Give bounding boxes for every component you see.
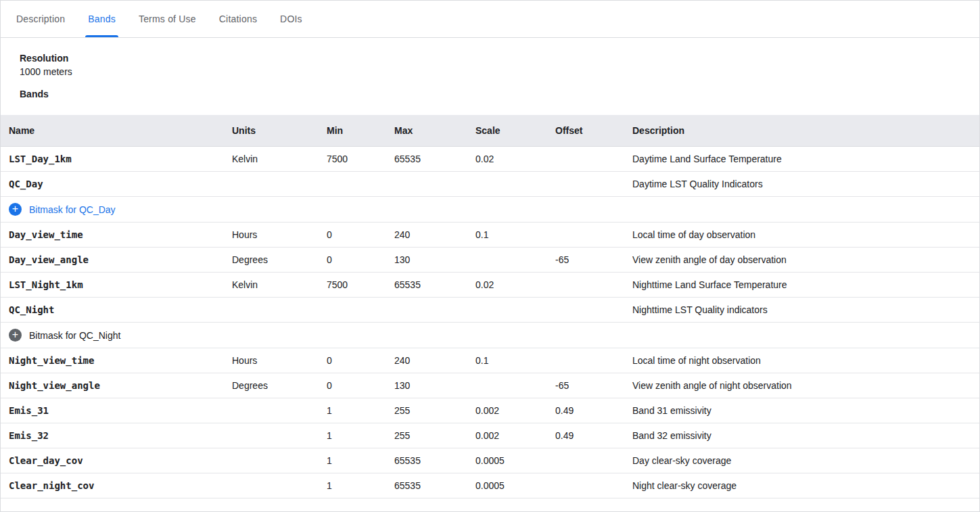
- table-row: Clear_day_cov1655350.0005Day clear-sky c…: [1, 448, 979, 473]
- cell-offset: [547, 348, 624, 373]
- cell-units: Hours: [224, 223, 319, 248]
- cell-scale: 0.1: [467, 348, 547, 373]
- cell-name: Clear_night_cov: [1, 473, 224, 498]
- cell-max: 65535: [386, 448, 467, 473]
- table-row: QC_NightNighttime LST Quality indicators: [1, 298, 979, 323]
- cell-offset: [547, 273, 624, 298]
- table-row: QC_DayDaytime LST Quality Indicators: [1, 172, 979, 197]
- cell-units: Degrees: [224, 248, 319, 273]
- bitmask-expand-toggle[interactable]: +Bitmask for QC_Day: [9, 203, 116, 216]
- cell-offset: [547, 147, 624, 172]
- cell-max: 240: [386, 223, 467, 248]
- cell-description: Local time of day observation: [624, 223, 979, 248]
- cell-max: 130: [386, 373, 467, 398]
- table-row: Emis_3212550.0020.49Band 32 emissivity: [1, 423, 979, 448]
- cell-units: [224, 448, 319, 473]
- cell-min: 7500: [319, 273, 386, 298]
- bitmask-cell: +Bitmask for QC_Day: [1, 197, 979, 223]
- cell-min: 1: [319, 398, 386, 423]
- cell-scale: [467, 298, 547, 323]
- cell-name: Night_view_time: [1, 348, 224, 373]
- cell-scale: 0.0005: [467, 448, 547, 473]
- cell-min: [319, 298, 386, 323]
- dataset-page: Description Bands Terms of Use Citations…: [0, 0, 980, 512]
- cell-max: 65535: [386, 273, 467, 298]
- cell-offset: 0.49: [547, 423, 624, 448]
- cell-name: Night_view_angle: [1, 373, 224, 398]
- header-max: Max: [386, 115, 467, 147]
- cell-name: LST_Night_1km: [1, 273, 224, 298]
- cell-name: Day_view_time: [1, 223, 224, 248]
- table-row: Emis_3112550.0020.49Band 31 emissivity: [1, 398, 979, 423]
- cell-name: LST_Day_1km: [1, 147, 224, 172]
- cell-name: Day_view_angle: [1, 248, 224, 273]
- header-offset: Offset: [547, 115, 624, 147]
- cell-scale: 0.02: [467, 273, 547, 298]
- tab-citations[interactable]: Citations: [208, 1, 269, 37]
- cell-offset: [547, 473, 624, 498]
- cell-description: Band 32 emissivity: [624, 423, 979, 448]
- cell-max: [386, 172, 467, 197]
- bitmask-expand-toggle[interactable]: +Bitmask for QC_Night: [9, 329, 120, 342]
- resolution-label: Resolution: [20, 53, 960, 64]
- cell-description: Daytime Land Surface Temperature: [624, 147, 979, 172]
- table-row: LST_Day_1kmKelvin7500655350.02Daytime La…: [1, 147, 979, 172]
- table-row: Night_view_timeHours02400.1Local time of…: [1, 348, 979, 373]
- cell-units: Kelvin: [224, 273, 319, 298]
- cell-units: [224, 172, 319, 197]
- cell-min: 7500: [319, 147, 386, 172]
- table-row: Night_view_angleDegrees0130-65View zenit…: [1, 373, 979, 398]
- header-min: Min: [319, 115, 386, 147]
- cell-scale: [467, 248, 547, 273]
- cell-description: View zenith angle of day observation: [624, 248, 979, 273]
- cell-name: QC_Day: [1, 172, 224, 197]
- cell-min: 1: [319, 473, 386, 498]
- cell-description: Band 31 emissivity: [624, 398, 979, 423]
- bands-section-label: Bands: [20, 89, 960, 99]
- cell-scale: 0.1: [467, 223, 547, 248]
- cell-scale: 0.0005: [467, 473, 547, 498]
- cell-scale: [467, 373, 547, 398]
- cell-description: View zenith angle of night observation: [624, 373, 979, 398]
- cell-max: 255: [386, 398, 467, 423]
- bands-meta-section: Resolution 1000 meters Bands: [1, 38, 979, 99]
- cell-max: [386, 298, 467, 323]
- cell-offset: [547, 448, 624, 473]
- cell-description: Nighttime Land Surface Temperature: [624, 273, 979, 298]
- header-name: Name: [1, 115, 224, 147]
- cell-min: 0: [319, 348, 386, 373]
- tab-bands[interactable]: Bands: [76, 1, 127, 37]
- bitmask-row: +Bitmask for QC_Night: [1, 323, 979, 348]
- resolution-value: 1000 meters: [20, 66, 960, 77]
- cell-scale: 0.002: [467, 423, 547, 448]
- cell-min: 1: [319, 423, 386, 448]
- tab-bar: Description Bands Terms of Use Citations…: [1, 1, 979, 38]
- table-row: Day_view_angleDegrees0130-65View zenith …: [1, 248, 979, 273]
- cell-units: Kelvin: [224, 147, 319, 172]
- cell-max: 65535: [386, 147, 467, 172]
- cell-offset: -65: [547, 248, 624, 273]
- cell-name: Clear_day_cov: [1, 448, 224, 473]
- cell-units: Hours: [224, 348, 319, 373]
- cell-description: Daytime LST Quality Indicators: [624, 172, 979, 197]
- cell-scale: 0.002: [467, 398, 547, 423]
- cell-units: [224, 473, 319, 498]
- bands-table: Name Units Min Max Scale Offset Descript…: [1, 115, 979, 498]
- cell-description: Day clear-sky coverage: [624, 448, 979, 473]
- cell-units: [224, 398, 319, 423]
- cell-name: QC_Night: [1, 298, 224, 323]
- cell-max: 130: [386, 248, 467, 273]
- table-row: Day_view_timeHours02400.1Local time of d…: [1, 223, 979, 248]
- cell-min: 0: [319, 223, 386, 248]
- tab-terms-of-use[interactable]: Terms of Use: [127, 1, 208, 37]
- cell-offset: [547, 172, 624, 197]
- cell-max: 240: [386, 348, 467, 373]
- tab-dois[interactable]: DOIs: [269, 1, 314, 37]
- cell-min: 0: [319, 248, 386, 273]
- cell-description: Nighttime LST Quality indicators: [624, 298, 979, 323]
- cell-min: 0: [319, 373, 386, 398]
- cell-description: Local time of night observation: [624, 348, 979, 373]
- cell-scale: 0.02: [467, 147, 547, 172]
- bitmask-row: +Bitmask for QC_Day: [1, 197, 979, 223]
- tab-description[interactable]: Description: [5, 1, 76, 37]
